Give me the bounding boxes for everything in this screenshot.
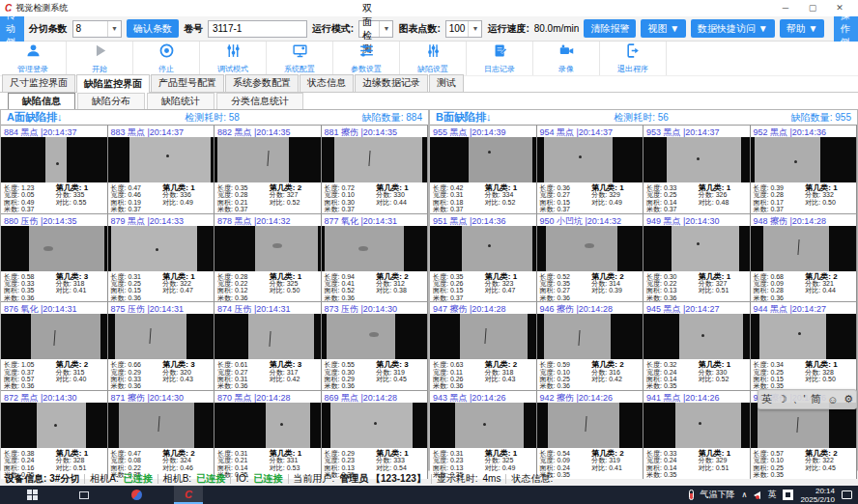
language-indicator[interactable]: 英 [767,489,776,501]
defect-cell[interactable]: 955 黑点 |20:14:39长度: 0.42宽度: 0.31面积: 0.18… [430,125,537,213]
defect-thumbnail[interactable] [430,226,536,271]
slit-count-select[interactable]: 8 ▼ [72,20,122,38]
tab-6[interactable]: 测试 [429,74,464,92]
defect-thumbnail[interactable] [644,137,750,182]
chart-points-select[interactable]: 100 ▼ [445,20,483,38]
confirm-count-button[interactable]: 确认条数 [127,19,179,38]
ime-emoji-icon[interactable]: ☺ [827,394,838,406]
clear-alarm-button[interactable]: 清除报警 [584,19,636,38]
subtab-0[interactable]: 缺陷信息 [8,93,75,110]
defect-thumbnail[interactable] [537,137,644,182]
defect-cell[interactable]: 875 压伤 |20:14:31长度: 0.66宽度: 0.29面积: 0.33… [108,301,215,390]
defect-thumbnail[interactable] [430,314,536,359]
subtab-2[interactable]: 缺陷统计 [147,93,214,110]
tab-0[interactable]: 尺寸监控界面 [2,74,75,92]
defect-thumbnail[interactable] [322,226,428,271]
defect-thumbnail[interactable] [214,403,321,448]
defect-cell[interactable]: 943 黑点 |20:14:26长度: 0.31宽度: 0.23面积: 0.13… [430,390,537,479]
tab-3[interactable]: 系统参数配置 [225,74,299,92]
speaker-muted-icon[interactable] [754,491,760,499]
admin-login-button[interactable]: 管理登录 [0,42,67,75]
defect-cell[interactable]: 883 黑点 |20:14:37长度: 0.47宽度: 0.46面积: 0.19… [108,125,215,213]
defect-cell[interactable]: 870 黑点 |20:14:28长度: 0.31宽度: 0.21面积: 0.14… [214,390,322,479]
defect-cell[interactable]: 884 黑点 |20:14:37长度: 1.23宽度: 0.05面积: 0.49… [1,125,108,213]
defect-cell[interactable]: 881 擦伤 |20:14:35长度: 0.72宽度: 0.10面积: 0.30… [322,125,429,213]
operator-side-button[interactable]: 操作侧 [834,16,858,42]
defect-thumbnail[interactable] [430,137,536,182]
help-menu-button[interactable]: 帮助 ▼ [780,19,825,38]
defect-thumbnail[interactable] [751,314,857,359]
defect-cell[interactable]: 876 氧化 |20:14:31长度: 1.05宽度: 0.37面积: 0.57… [1,301,108,390]
defect-thumbnail[interactable] [322,137,428,182]
roll-number-input[interactable]: 3117-1 [208,20,307,38]
defect-cell[interactable]: 877 氧化 |20:14:31长度: 0.94宽度: 0.41面积: 0.52… [322,213,429,302]
system-config-button[interactable]: 系统配置 [267,42,333,75]
parameter-settings-button[interactable]: 参数设置 [333,42,400,75]
tab-4[interactable]: 状态信息 [300,74,354,92]
defect-thumbnail[interactable] [108,314,214,359]
defect-thumbnail[interactable] [1,226,107,271]
ime-toolbar[interactable]: 英 ☽ 、' 简 ☺ ⚙ [758,389,857,409]
defect-cell[interactable]: 944 黑点 |20:14:27长度: 0.34宽度: 0.25面积: 0.15… [751,301,858,390]
tab-5[interactable]: 边缘数据记录 [355,74,428,92]
maximize-button[interactable]: ▢ [799,1,826,15]
taskbar-active-app[interactable]: C [174,486,203,504]
defect-cell[interactable]: 872 黑点 |20:14:30长度: 0.38宽度: 0.24面积: 0.16… [1,390,108,479]
subtab-1[interactable]: 缺陷分布 [77,93,145,110]
tab-2[interactable]: 产品型号配置 [151,74,224,92]
defect-thumbnail[interactable] [644,314,750,359]
defect-cell[interactable]: 947 擦伤 |20:14:28长度: 0.63宽度: 0.11面积: 0.26… [430,301,537,390]
notification-tray-icon[interactable] [842,490,852,499]
tray-chevron-icon[interactable]: ∧ [742,490,748,499]
run-mode-select[interactable]: 双面检测 ▼ [358,20,393,38]
defect-cell[interactable]: 952 黑点 |20:14:36长度: 0.39宽度: 0.28面积: 0.17… [751,125,858,213]
defect-thumbnail[interactable] [751,137,857,182]
defect-thumbnail[interactable] [214,137,321,182]
defect-cell[interactable]: 878 黑点 |20:14:32长度: 0.28宽度: 0.22面积: 0.12… [214,213,322,302]
ime-english-indicator[interactable]: 英 [761,392,772,406]
defect-thumbnail[interactable] [1,314,107,359]
defect-thumbnail[interactable] [108,226,214,271]
data-shortcut-menu-button[interactable]: 数据快捷访问 ▼ [691,19,775,38]
defect-settings-button[interactable]: 缺陷设置 [400,42,467,75]
defect-thumbnail[interactable] [644,226,750,271]
log-record-button[interactable]: 日志记录 [467,42,533,75]
task-view-button[interactable] [70,486,99,504]
defect-cell[interactable]: 882 黑点 |20:14:35长度: 0.35宽度: 0.28面积: 0.21… [214,125,322,213]
defect-cell[interactable]: 873 压伤 |20:14:30长度: 0.55宽度: 0.30面积: 0.29… [322,301,429,390]
defect-cell[interactable]: 953 黑点 |20:14:37长度: 0.33宽度: 0.25面积: 0.14… [644,125,751,213]
defect-thumbnail[interactable] [1,403,107,448]
ime-punctuation-toggle[interactable]: 、' [792,392,805,406]
ime-settings-gear-icon[interactable]: ⚙ [844,393,853,406]
minimize-button[interactable]: ─ [772,1,799,15]
ime-tray-icon[interactable] [783,490,793,500]
defect-cell[interactable]: 949 黑点 |20:14:30长度: 0.30宽度: 0.22面积: 0.13… [644,213,751,302]
defect-thumbnail[interactable] [322,314,428,359]
defect-cell[interactable]: 941 黑点 |20:14:26长度: 0.33宽度: 0.24面积: 0.14… [644,390,751,479]
stop-button[interactable]: 停止 [133,42,200,75]
taskbar-clock[interactable]: 20:14 2025/2/10 [800,487,835,504]
defect-cell[interactable]: 950 小凹坑 |20:14:32长度: 0.52宽度: 0.35面积: 0.2… [537,213,644,302]
defect-cell[interactable]: 948 擦伤 |20:14:28长度: 0.68宽度: 0.09面积: 0.28… [751,213,858,302]
defect-thumbnail[interactable] [214,226,321,271]
defect-cell[interactable]: 946 擦伤 |20:14:28长度: 0.59宽度: 0.10面积: 0.25… [537,301,644,390]
video-record-button[interactable]: 录像 [533,42,600,75]
defect-cell[interactable]: 869 黑点 |20:14:28长度: 0.29宽度: 0.23面积: 0.13… [322,390,429,479]
defect-thumbnail[interactable] [644,403,750,448]
defect-thumbnail[interactable] [537,403,644,448]
defect-thumbnail[interactable] [108,403,214,448]
drive-side-button[interactable]: 传动侧 [0,16,24,42]
ime-moon-icon[interactable]: ☽ [778,393,787,406]
exit-program-button[interactable]: 退出程序 [600,42,667,75]
defect-cell[interactable]: 942 擦伤 |20:14:26长度: 0.54宽度: 0.09面积: 0.24… [537,390,644,479]
defect-thumbnail[interactable] [1,137,107,182]
defect-thumbnail[interactable] [108,137,214,182]
start-button[interactable]: 开始 [67,42,133,75]
defect-thumbnail[interactable] [430,403,536,448]
defect-cell[interactable]: 874 压伤 |20:14:31长度: 0.61宽度: 0.27面积: 0.31… [214,301,322,390]
defect-cell[interactable]: 880 压伤 |20:14:35长度: 0.58宽度: 0.33面积: 0.35… [1,213,108,302]
defect-thumbnail[interactable] [751,226,857,271]
defect-thumbnail[interactable] [537,226,644,271]
subtab-3[interactable]: 分类信息统计 [216,93,303,110]
view-menu-button[interactable]: 视图 ▼ [641,19,686,38]
